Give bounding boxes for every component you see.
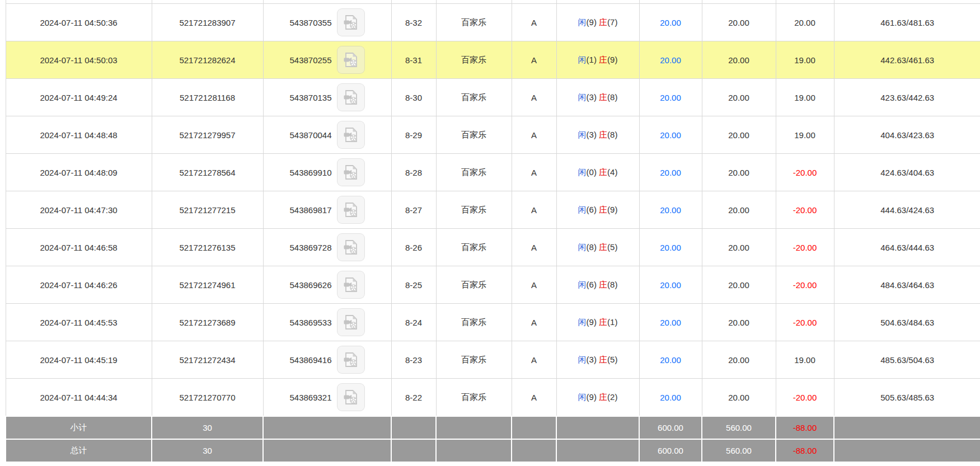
video-replay-button[interactable] bbox=[337, 383, 365, 411]
cell-bet-amount: 20.00 bbox=[639, 4, 702, 41]
cell-order-id: 521721281168 bbox=[152, 79, 263, 116]
banker-label: 庄 bbox=[599, 317, 607, 327]
bet-amount-link[interactable]: 20.00 bbox=[660, 18, 681, 27]
cell-game-name: 百家乐 bbox=[436, 116, 512, 154]
cell-result: 闲(6) 庄(8) bbox=[556, 266, 639, 304]
player-score: (3) bbox=[587, 355, 597, 364]
bet-amount-link[interactable]: 20.00 bbox=[660, 130, 681, 140]
video-replay-button[interactable] bbox=[337, 83, 365, 111]
cell-order-id: 521721270770 bbox=[152, 379, 263, 417]
cell-order-id: 521721278564 bbox=[152, 154, 263, 191]
video-replay-button[interactable] bbox=[337, 121, 365, 149]
cell-bet-amount: 20.00 bbox=[639, 229, 702, 266]
video-replay-button[interactable] bbox=[337, 233, 365, 261]
cell-order-id: 521721273689 bbox=[152, 304, 263, 341]
video-file-icon bbox=[342, 238, 360, 256]
bet-amount-link[interactable]: 20.00 bbox=[660, 55, 681, 65]
bet-amount-link[interactable]: 20.00 bbox=[660, 205, 681, 215]
summary-valid-total: 560.00 bbox=[702, 439, 776, 462]
bet-amount-link[interactable]: 20.00 bbox=[660, 393, 681, 402]
cell-order-id: 521721283907 bbox=[152, 4, 263, 41]
bet-record-row: 2024-07-11 04:48:48 521721279957 5438700… bbox=[6, 116, 980, 154]
bet-amount-link[interactable]: 20.00 bbox=[660, 168, 681, 177]
cell-balance: 505.63/485.63 bbox=[834, 379, 980, 417]
banker-score: (9) bbox=[607, 205, 617, 214]
bet-record-row: 2024-07-11 04:50:03 521721282624 5438702… bbox=[6, 41, 980, 79]
cell-order-id: 521721279957 bbox=[152, 116, 263, 154]
video-file-icon bbox=[342, 13, 360, 31]
bet-record-row: 2024-07-11 04:50:36 521721283907 5438703… bbox=[6, 4, 980, 41]
player-label: 闲 bbox=[578, 167, 587, 177]
cell-balance: 424.63/404.63 bbox=[834, 154, 980, 191]
cell-valid-amount: 20.00 bbox=[702, 41, 776, 79]
player-label: 闲 bbox=[578, 317, 587, 327]
cell-balance: 464.63/444.63 bbox=[834, 229, 980, 266]
banker-label: 庄 bbox=[599, 242, 607, 252]
cell-round: 8-27 bbox=[391, 191, 436, 229]
banker-score: (1) bbox=[607, 317, 617, 327]
cell-win-loss: -20.00 bbox=[776, 229, 834, 266]
player-label: 闲 bbox=[578, 242, 587, 252]
video-file-icon bbox=[342, 88, 360, 106]
player-score: (0) bbox=[587, 167, 597, 177]
cell-win-loss: 19.00 bbox=[776, 41, 834, 79]
player-score: (6) bbox=[587, 280, 597, 289]
summary-valid-total: 560.00 bbox=[702, 416, 776, 439]
game-id-text: 543869817 bbox=[289, 205, 331, 215]
player-score: (6) bbox=[587, 205, 597, 214]
cell-game-id: 543869817 bbox=[263, 191, 391, 229]
bet-record-row: 2024-07-11 04:48:09 521721278564 5438699… bbox=[6, 154, 980, 191]
video-replay-button[interactable] bbox=[337, 346, 365, 374]
video-replay-button[interactable] bbox=[337, 308, 365, 336]
cell-round: 8-26 bbox=[391, 229, 436, 266]
video-replay-button[interactable] bbox=[337, 46, 365, 74]
banker-label: 庄 bbox=[599, 392, 607, 402]
bet-amount-link[interactable]: 20.00 bbox=[660, 93, 681, 102]
video-replay-button[interactable] bbox=[337, 196, 365, 224]
cell-bet-amount: 20.00 bbox=[639, 379, 702, 417]
video-replay-button[interactable] bbox=[337, 158, 365, 186]
cell-valid-amount: 20.00 bbox=[702, 79, 776, 116]
cell-round: 8-23 bbox=[391, 341, 436, 379]
cell-result: 闲(1) 庄(9) bbox=[556, 41, 639, 79]
banker-score: (8) bbox=[607, 280, 617, 289]
cell-game-name: 百家乐 bbox=[436, 304, 512, 341]
cell-win-loss: -20.00 bbox=[776, 304, 834, 341]
video-replay-button[interactable] bbox=[337, 271, 365, 299]
cell-bet-time: 2024-07-11 04:49:24 bbox=[6, 79, 152, 116]
cell-result: 闲(9) 庄(7) bbox=[556, 4, 639, 41]
bet-amount-link[interactable]: 20.00 bbox=[660, 318, 681, 327]
cell-order-id: 521721277215 bbox=[152, 191, 263, 229]
cell-bet-amount: 20.00 bbox=[639, 304, 702, 341]
banker-score: (9) bbox=[607, 55, 617, 64]
video-file-icon bbox=[342, 276, 360, 294]
summary-row: 小计 30 600.00 560.00 -88.00 bbox=[6, 416, 980, 439]
banker-label: 庄 bbox=[599, 17, 607, 27]
game-id-text: 543870255 bbox=[289, 55, 331, 65]
video-replay-button[interactable] bbox=[337, 8, 365, 36]
cell-order-id: 521721282624 bbox=[152, 41, 263, 79]
game-id-text: 543869910 bbox=[289, 168, 331, 177]
cell-valid-amount: 20.00 bbox=[702, 379, 776, 417]
bet-amount-link[interactable]: 20.00 bbox=[660, 243, 681, 252]
cell-win-loss: -20.00 bbox=[776, 191, 834, 229]
cell-game-id: 543869321 bbox=[263, 379, 391, 417]
cell-round: 8-31 bbox=[391, 41, 436, 79]
banker-score: (8) bbox=[607, 130, 617, 139]
bet-amount-link[interactable]: 20.00 bbox=[660, 280, 681, 290]
cell-game-name: 百家乐 bbox=[436, 79, 512, 116]
cell-bet-amount: 20.00 bbox=[639, 41, 702, 79]
banker-score: (8) bbox=[607, 92, 617, 102]
cell-win-loss: 19.00 bbox=[776, 341, 834, 379]
player-label: 闲 bbox=[578, 205, 587, 214]
banker-label: 庄 bbox=[599, 167, 607, 177]
cell-round: 8-32 bbox=[391, 4, 436, 41]
bet-amount-link[interactable]: 20.00 bbox=[660, 355, 681, 365]
cell-win-loss: 19.00 bbox=[776, 79, 834, 116]
player-label: 闲 bbox=[578, 392, 587, 402]
game-id-text: 543869416 bbox=[289, 355, 331, 365]
player-label: 闲 bbox=[578, 130, 587, 139]
cell-result: 闲(8) 庄(5) bbox=[556, 229, 639, 266]
cell-bet-time: 2024-07-11 04:48:48 bbox=[6, 116, 152, 154]
cell-bet-time: 2024-07-11 04:44:34 bbox=[6, 379, 152, 417]
